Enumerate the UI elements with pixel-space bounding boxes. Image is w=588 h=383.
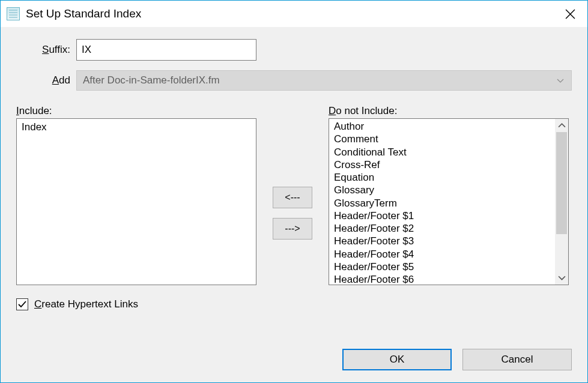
titlebar: Set Up Standard Index [1,1,587,27]
list-item[interactable]: Header/Footer $4 [334,248,550,261]
chevron-down-icon [558,274,566,282]
hypertext-checkbox[interactable] [16,298,28,310]
window-title: Set Up Standard Index [26,7,556,20]
close-icon [565,9,575,19]
suffix-row: Suffix: [16,39,572,61]
scrollbar[interactable] [555,119,568,285]
app-icon [7,7,20,20]
list-item[interactable]: Header/Footer $5 [334,261,550,273]
include-column: Include: Index [16,105,256,285]
dialog-body: Suffix: Add After Doc-in-Same-folderIX.f… [1,27,587,382]
scroll-thumb[interactable] [556,132,567,234]
transfer-buttons: <--- ---> [256,105,329,285]
list-item[interactable]: Header/Footer $2 [334,222,550,235]
chevron-up-icon [558,122,566,130]
suffix-input[interactable] [76,39,256,61]
list-item[interactable]: Glossary [334,184,550,196]
cancel-button[interactable]: Cancel [462,349,572,370]
ok-button[interactable]: OK [342,349,452,370]
move-right-button[interactable]: ---> [273,218,312,240]
dialog-buttons: OK Cancel [342,349,572,370]
list-item[interactable]: Header/Footer $1 [334,210,550,222]
do-not-include-items: Author Comment Conditional Text Cross-Re… [329,119,555,285]
add-row: Add After Doc-in-Same-folderIX.fm [16,70,572,91]
do-not-include-label: Do not Include: [329,105,569,117]
scroll-up-button[interactable] [555,119,568,132]
chevron-down-icon [557,74,564,86]
close-button[interactable] [556,4,584,24]
scroll-down-button[interactable] [555,271,568,285]
hypertext-checkbox-label: Create Hypertext Links [34,298,138,310]
list-item[interactable]: Equation [334,171,550,184]
list-item[interactable]: Author [334,120,550,133]
list-item[interactable]: Cross-Ref [334,158,550,171]
include-label: Include: [16,105,256,117]
add-label: Add [16,74,76,86]
list-item[interactable]: Conditional Text [334,146,550,158]
list-item[interactable]: GlossaryTerm [334,197,550,210]
include-listbox[interactable]: Index [16,118,256,285]
list-item[interactable]: Header/Footer $3 [334,235,550,247]
do-not-include-listbox[interactable]: Author Comment Conditional Text Cross-Re… [329,118,569,285]
checkmark-icon [18,300,26,309]
lists-area: Include: Index <--- ---> Do not Include:… [16,105,572,285]
do-not-include-column: Do not Include: Author Comment Condition… [329,105,569,285]
list-item[interactable]: Comment [334,133,550,145]
move-left-button[interactable]: <--- [273,187,312,208]
list-item[interactable]: Header/Footer $6 [334,273,550,285]
add-select[interactable]: After Doc-in-Same-folderIX.fm [76,70,572,91]
suffix-label: Suffix: [16,44,76,56]
hypertext-checkbox-row: Create Hypertext Links [16,298,572,310]
list-item[interactable]: Index [22,121,251,133]
scroll-track[interactable] [555,132,568,271]
add-select-value: After Doc-in-Same-folderIX.fm [83,74,220,86]
